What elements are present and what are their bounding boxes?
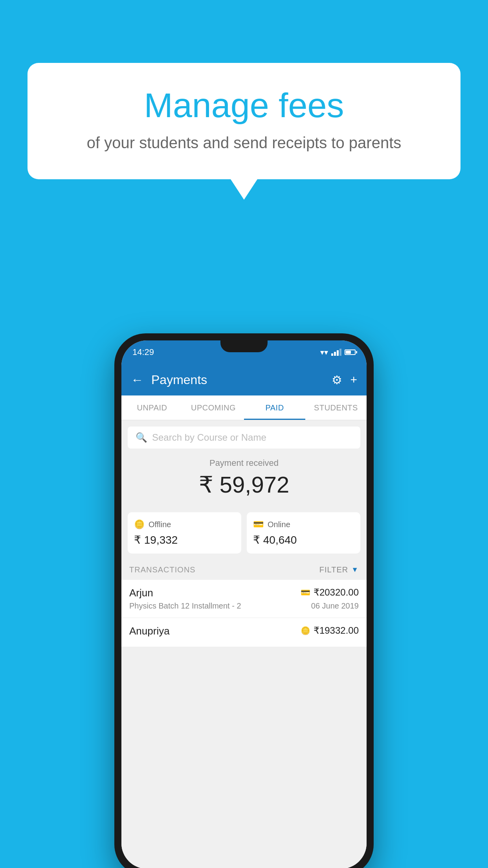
online-icon: 💳: [253, 519, 264, 530]
payment-mode-icon-2: 🪙: [301, 626, 310, 635]
transactions-header: TRANSACTIONS FILTER ▼: [121, 560, 367, 580]
status-bar: 14:29 ▾▾: [121, 340, 367, 364]
student-name-2: Anupriya: [129, 625, 170, 637]
offline-card: 🪙 Offline ₹ 19,332: [128, 512, 241, 554]
bubble-subtitle: of your students and send receipts to pa…: [59, 134, 429, 152]
signal-icon: [331, 349, 341, 356]
bubble-title: Manage fees: [59, 86, 429, 125]
payment-cards: 🪙 Offline ₹ 19,332 💳 Online ₹ 40,640: [121, 512, 367, 560]
wifi-icon: ▾▾: [320, 348, 328, 357]
search-bar[interactable]: 🔍 Search by Course or Name: [128, 427, 360, 449]
speech-bubble: Manage fees of your students and send re…: [28, 63, 460, 179]
offline-amount: ₹ 19,332: [134, 533, 235, 546]
page-title: Payments: [151, 373, 332, 387]
status-time: 14:29: [132, 347, 154, 357]
phone-screen: 14:29 ▾▾ ← Payments ⚙ +: [121, 340, 367, 868]
payment-received-label: Payment received: [128, 458, 360, 468]
table-row[interactable]: Arjun 💳 ₹20320.00 Physics Batch 12 Insta…: [121, 580, 367, 618]
transaction-amount-2: 🪙 ₹19332.00: [301, 625, 359, 636]
status-icons: ▾▾: [320, 348, 356, 357]
online-amount: ₹ 40,640: [253, 533, 354, 546]
tab-paid[interactable]: PAID: [244, 395, 305, 420]
header-actions: ⚙ +: [332, 373, 357, 387]
offline-icon: 🪙: [134, 519, 145, 530]
filter-label: FILTER: [319, 565, 348, 574]
offline-label: Offline: [149, 520, 171, 529]
amount-value-2: ₹19332.00: [314, 625, 359, 636]
tabs-bar: UNPAID UPCOMING PAID STUDENTS: [121, 395, 367, 420]
payment-total: ₹ 59,972: [128, 471, 360, 498]
offline-card-header: 🪙 Offline: [134, 519, 235, 530]
transaction-date-1: 06 June 2019: [311, 601, 359, 611]
speech-bubble-section: Manage fees of your students and send re…: [28, 63, 460, 179]
back-button[interactable]: ←: [131, 373, 143, 387]
tab-students[interactable]: STUDENTS: [305, 395, 367, 420]
payment-summary: Payment received ₹ 59,972: [121, 449, 367, 512]
transaction-main-2: Anupriya 🪙 ₹19332.00: [129, 625, 359, 637]
online-label: Online: [268, 520, 290, 529]
online-card: 💳 Online ₹ 40,640: [247, 512, 360, 554]
amount-value-1: ₹20320.00: [314, 587, 359, 598]
search-placeholder: Search by Course or Name: [152, 432, 266, 443]
settings-button[interactable]: ⚙: [332, 373, 342, 387]
tab-upcoming[interactable]: UPCOMING: [183, 395, 244, 420]
battery-icon: [345, 349, 356, 355]
transaction-amount-1: 💳 ₹20320.00: [301, 587, 359, 598]
transactions-label: TRANSACTIONS: [129, 565, 196, 574]
phone-frame: 14:29 ▾▾ ← Payments ⚙ +: [114, 333, 374, 868]
student-name-1: Arjun: [129, 587, 153, 599]
transaction-sub-1: Physics Batch 12 Installment - 2 06 June…: [129, 601, 359, 611]
content-area: 🔍 Search by Course or Name Payment recei…: [121, 420, 367, 868]
add-button[interactable]: +: [350, 373, 357, 386]
filter-button[interactable]: FILTER ▼: [319, 565, 359, 574]
search-icon: 🔍: [136, 432, 147, 443]
phone-notch: [220, 340, 268, 352]
online-card-header: 💳 Online: [253, 519, 354, 530]
transaction-course-1: Physics Batch 12 Installment - 2: [129, 601, 241, 611]
table-row[interactable]: Anupriya 🪙 ₹19332.00: [121, 618, 367, 647]
transaction-main-1: Arjun 💳 ₹20320.00: [129, 587, 359, 599]
filter-icon: ▼: [351, 566, 359, 574]
payment-mode-icon-1: 💳: [301, 588, 310, 597]
tab-unpaid[interactable]: UNPAID: [121, 395, 183, 420]
app-header: ← Payments ⚙ +: [121, 364, 367, 395]
